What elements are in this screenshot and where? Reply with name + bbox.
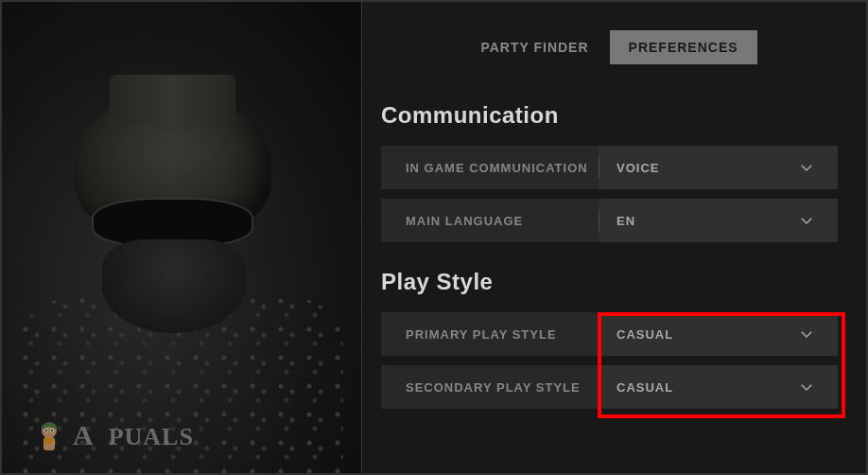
watermark-icon <box>30 416 68 454</box>
label-main-language: MAIN LANGUAGE <box>381 199 599 242</box>
row-in-game-communication: IN GAME COMMUNICATION VOICE <box>381 146 838 189</box>
watermark-text: A PUALS <box>73 419 194 451</box>
dropdown-secondary-play-style[interactable]: CASUAL <box>599 365 838 409</box>
character-preview-panel: A PUALS <box>2 2 361 473</box>
dropdown-primary-play-style[interactable]: CASUAL <box>599 312 838 356</box>
row-secondary-play-style: SECONDARY PLAY STYLE CASUAL <box>381 365 838 409</box>
dropdown-main-language[interactable]: EN <box>599 199 838 242</box>
value-secondary-play-style: CASUAL <box>616 380 673 395</box>
row-main-language: MAIN LANGUAGE EN <box>381 199 838 242</box>
chevron-down-icon <box>798 159 815 176</box>
svg-rect-6 <box>44 438 54 444</box>
watermark-logo: A PUALS <box>30 416 194 454</box>
value-main-language: EN <box>616 214 635 228</box>
svg-point-3 <box>45 430 47 431</box>
chevron-down-icon <box>798 378 815 396</box>
tab-bar: PARTY FINDER PREFERENCES <box>381 30 838 64</box>
settings-panel: PARTY FINDER PREFERENCES Communication I… <box>362 2 866 473</box>
dropdown-in-game-communication[interactable]: VOICE <box>599 146 838 189</box>
label-secondary-play-style: SECONDARY PLAY STYLE <box>381 365 599 409</box>
svg-point-4 <box>51 430 53 431</box>
section-communication: Communication IN GAME COMMUNICATION VOIC… <box>381 102 838 269</box>
chevron-down-icon <box>798 325 815 343</box>
value-primary-play-style: CASUAL <box>616 327 673 342</box>
tab-preferences[interactable]: PREFERENCES <box>610 30 757 64</box>
tab-party-finder[interactable]: PARTY FINDER <box>461 30 607 64</box>
heading-play-style: Play Style <box>381 269 838 295</box>
row-primary-play-style: PRIMARY PLAY STYLE CASUAL <box>381 312 838 356</box>
soldier-avatar <box>2 49 361 473</box>
value-in-game-communication: VOICE <box>616 161 659 175</box>
label-primary-play-style: PRIMARY PLAY STYLE <box>381 312 599 356</box>
heading-communication: Communication <box>381 102 838 129</box>
label-in-game-communication: IN GAME COMMUNICATION <box>381 146 599 189</box>
app-root: A PUALS PARTY FINDER PREFERENCES Communi… <box>2 2 866 473</box>
section-play-style: Play Style PRIMARY PLAY STYLE CASUAL <box>381 269 838 435</box>
chevron-down-icon <box>798 212 815 229</box>
